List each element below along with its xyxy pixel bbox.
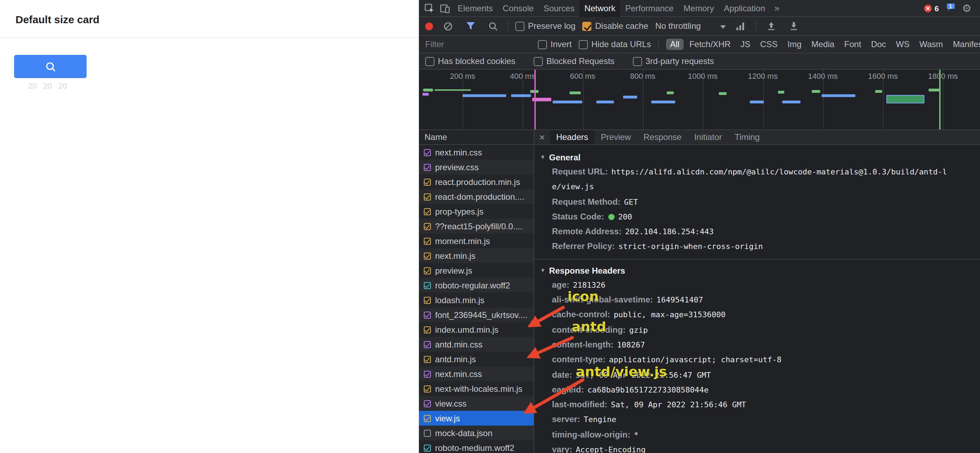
request-name: next.min.css — [435, 147, 482, 157]
section-header-general[interactable]: ▼General — [535, 150, 980, 165]
request-preview-css[interactable]: preview.css — [419, 160, 534, 174]
error-icon — [924, 4, 932, 12]
network-overview-timeline[interactable]: 200 ms400 ms600 ms800 ms1000 ms1200 ms14… — [419, 70, 980, 130]
filter-type-media[interactable]: Media — [807, 39, 838, 50]
details-tab-headers[interactable]: Headers — [550, 130, 595, 144]
settings-gear-icon[interactable]: ⚙ — [962, 3, 972, 13]
file-json-icon — [424, 429, 431, 437]
filter-type-img[interactable]: Img — [783, 39, 806, 50]
header-field: vary:Accept-Encoding — [535, 442, 980, 453]
record-network-log-button[interactable] — [425, 22, 433, 30]
filter-input[interactable] — [425, 40, 531, 49]
filter-type-font[interactable]: Font — [840, 39, 865, 50]
request-react15-polyfill-0-0[interactable]: ??react15-polyfill/0.0.... — [419, 219, 534, 234]
selected-request-waterfall-bar[interactable] — [886, 95, 924, 103]
tab-memory[interactable]: Memory — [679, 0, 719, 16]
tab-console[interactable]: Console — [498, 0, 539, 16]
network-toolbar: Preserve log Disable cache No throttling — [419, 17, 980, 36]
request-antd-min-js[interactable]: antd.min.js — [419, 352, 534, 366]
request-index-umd-min-js[interactable]: index.umd.min.js — [419, 322, 534, 337]
tab-sources[interactable]: Sources — [539, 0, 579, 16]
section-divider — [535, 259, 980, 260]
inspect-element-icon[interactable] — [422, 0, 437, 16]
waterfall-bar — [667, 92, 674, 94]
filter-funnel-icon[interactable] — [463, 18, 478, 34]
request-view-js[interactable]: view.js — [419, 411, 534, 426]
import-har-icon[interactable] — [764, 18, 779, 34]
header-name: last-modified: — [552, 399, 607, 409]
section-header-response-headers[interactable]: ▼Response Headers — [535, 264, 980, 278]
filter-type-css[interactable]: CSS — [756, 39, 782, 50]
issues-badge[interactable]: 1 — [946, 3, 955, 13]
details-tab-initiator[interactable]: Initiator — [688, 130, 728, 144]
filter-type-js[interactable]: JS — [737, 39, 755, 50]
header-value: application/javascript; charset=utf-8 — [609, 356, 781, 365]
file-css-icon — [424, 149, 431, 156]
filter-type-manifest[interactable]: Manifest — [949, 39, 980, 50]
details-tab-preview[interactable]: Preview — [595, 130, 637, 144]
network-conditions-icon[interactable] — [733, 18, 749, 34]
filter-type-all[interactable]: All — [666, 39, 684, 50]
request-react-dom-production[interactable]: react-dom.production.... — [419, 189, 534, 204]
header-name: Request Method: — [552, 196, 620, 206]
more-tabs-icon[interactable]: » — [770, 3, 784, 13]
request-antd-min-css[interactable]: antd.min.css — [419, 337, 534, 352]
disable-cache-checkbox[interactable]: Disable cache — [582, 21, 648, 31]
throttling-select[interactable]: No throttling — [655, 21, 726, 31]
option-3rd-party-requests[interactable]: 3rd-party requests — [633, 56, 714, 66]
export-har-icon[interactable] — [786, 18, 802, 34]
waterfall-bar — [511, 94, 531, 97]
request-mock-data-json[interactable]: mock-data.json — [419, 426, 534, 440]
request-next-min-css[interactable]: next.min.css — [419, 145, 534, 160]
error-count-badge[interactable]: 6 — [924, 4, 939, 12]
request-view-css[interactable]: view.css — [419, 396, 534, 411]
request-moment-min-js[interactable]: moment.min.js — [419, 234, 534, 248]
request-roboto-medium-woff2[interactable]: roboto-medium.woff2 — [419, 440, 534, 453]
request-roboto-regular-woff2[interactable]: roboto-regular.woff2 — [419, 278, 534, 293]
checkbox-box — [515, 21, 525, 31]
option-label: Blocked Requests — [546, 56, 614, 66]
details-tab-response[interactable]: Response — [637, 130, 688, 144]
device-toolbar-icon[interactable] — [437, 0, 453, 16]
option-has-blocked-cookies[interactable]: Has blocked cookies — [425, 56, 515, 66]
request-name: roboto-medium.woff2 — [435, 443, 514, 453]
filter-type-wasm[interactable]: Wasm — [915, 39, 947, 50]
request-font-2369445-ukrtsov[interactable]: font_2369445_ukrtsov.... — [419, 307, 534, 322]
search-network-icon[interactable] — [485, 18, 501, 34]
request-react-production-min-js[interactable]: react.production.min.js — [419, 174, 534, 189]
tab-application[interactable]: Application — [719, 0, 770, 16]
file-js-icon — [424, 296, 431, 304]
waterfall-bar — [719, 92, 727, 95]
details-tab-timing[interactable]: Timing — [728, 130, 766, 144]
request-lodash-min-js[interactable]: lodash.min.js — [419, 293, 534, 307]
waterfall-bar — [812, 90, 820, 93]
request-next-with-locales-min-js[interactable]: next-with-locales.min.js — [419, 381, 534, 396]
search-button[interactable] — [14, 55, 87, 78]
timeline-time-label: 600 ms — [570, 72, 595, 80]
blocked-requests-checkbox — [534, 57, 543, 66]
disclosure-triangle-icon: ▼ — [540, 155, 546, 160]
request-details-panel: × HeadersPreviewResponseInitiatorTiming … — [535, 130, 980, 453]
request-next-min-css[interactable]: next.min.css — [419, 366, 534, 381]
hide-data-urls-checkbox[interactable]: Hide data URLs — [579, 40, 651, 49]
filter-type-ws[interactable]: WS — [892, 39, 914, 50]
tab-elements[interactable]: Elements — [453, 0, 498, 16]
option-blocked-requests[interactable]: Blocked Requests — [534, 56, 614, 66]
header-name: content-length: — [552, 340, 614, 350]
request-preview-js[interactable]: preview.js — [419, 263, 534, 278]
tab-network[interactable]: Network — [579, 0, 620, 16]
timeline-time-label: 1600 ms — [868, 72, 897, 80]
header-field: timing-allow-origin:* — [535, 428, 980, 443]
close-details-icon[interactable]: × — [535, 130, 550, 144]
filter-type-doc[interactable]: Doc — [867, 39, 890, 50]
request-prop-types-js[interactable]: prop-types.js — [419, 204, 534, 219]
file-css-icon — [424, 400, 431, 407]
preserve-log-checkbox[interactable]: Preserve log — [515, 21, 576, 31]
pagination-ghost-text: 20 20 20 — [28, 82, 67, 90]
name-column-header[interactable]: Name — [419, 130, 534, 145]
clear-network-log-icon[interactable] — [440, 18, 455, 34]
filter-type-fetch-xhr[interactable]: Fetch/XHR — [685, 39, 735, 50]
request-next-min-js[interactable]: next.min.js — [419, 248, 534, 263]
invert-checkbox[interactable]: Invert — [538, 40, 572, 49]
tab-performance[interactable]: Performance — [620, 0, 678, 16]
